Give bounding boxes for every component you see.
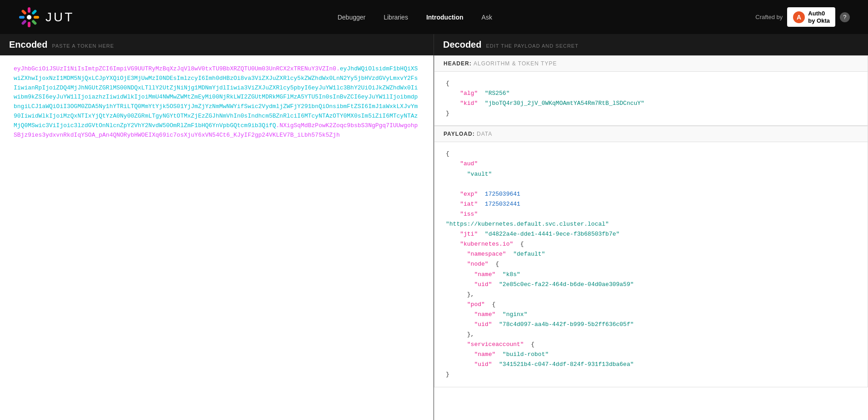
header-section-label: HEADER: ALGORITHM & TOKEN TYPE bbox=[434, 56, 868, 72]
header-section-body[interactable]: { "alg": "RS256", "kid": "jboTQ4r30j_2jV… bbox=[434, 72, 868, 125]
payload-pod-close: }, bbox=[446, 330, 856, 340]
decoded-header: Decoded EDIT THE PAYLOAD AND SECRET bbox=[434, 34, 868, 55]
payload-section-sub: DATA bbox=[477, 131, 492, 137]
crafted-by-area: Crafted by A Auth0 by Okta ? bbox=[755, 7, 850, 27]
token-part1: eyJhbGciOiJSUzI1NiIsImtpZCI6ImpiVG9UUTRy… bbox=[14, 65, 336, 72]
help-button[interactable]: ? bbox=[840, 12, 850, 22]
svg-rect-7 bbox=[21, 9, 27, 15]
decoded-hint: EDIT THE PAYLOAD AND SECRET bbox=[486, 43, 578, 49]
svg-rect-6 bbox=[19, 16, 25, 19]
decoded-title: Decoded bbox=[443, 40, 481, 50]
payload-jti: "jti": "d4822a4e-dde1-4441-9ece-f3b68503… bbox=[446, 229, 856, 239]
encoded-hint: PASTE A TOKEN HERE bbox=[52, 43, 114, 49]
payload-sa-open: "serviceaccount": { bbox=[446, 340, 856, 350]
payload-pod-name: "name": "nginx", bbox=[446, 310, 856, 320]
crafted-by-label: Crafted by bbox=[755, 14, 783, 20]
encoded-content[interactable]: eyJhbGciOiJSUzI1NiIsImtpZCI6ImpiVG9UUTRy… bbox=[0, 55, 434, 420]
payload-close: } bbox=[446, 370, 856, 380]
main-content: Encoded PASTE A TOKEN HERE eyJhbGciOiJSU… bbox=[0, 0, 868, 420]
payload-namespace: "namespace": "default", bbox=[446, 249, 856, 259]
payload-sa-name: "name": "build-robot", bbox=[446, 350, 856, 360]
decoded-content: HEADER: ALGORITHM & TOKEN TYPE { "alg": … bbox=[434, 55, 868, 420]
svg-rect-1 bbox=[31, 9, 37, 15]
svg-rect-5 bbox=[21, 19, 27, 25]
header-kid-line: "kid": "jboTQ4r30j_2jV_0WKqMOAmtYA54Rm7R… bbox=[446, 99, 856, 109]
svg-point-8 bbox=[27, 15, 31, 20]
encoded-header: Encoded PASTE A TOKEN HERE bbox=[0, 34, 434, 55]
svg-rect-0 bbox=[28, 7, 30, 13]
payload-exp: "exp": 1725039641, bbox=[446, 189, 856, 199]
payload-pod-uid: "uid": "78c4d097-aa4b-442f-b999-5b2ff636… bbox=[446, 320, 856, 330]
header-alg-line: "alg": "RS256", bbox=[446, 89, 856, 99]
svg-rect-3 bbox=[31, 19, 37, 25]
payload-node-open: "node": { bbox=[446, 259, 856, 269]
nav-libraries[interactable]: Libraries bbox=[384, 14, 408, 21]
token-dot1: . bbox=[336, 65, 340, 72]
encoded-panel: Encoded PASTE A TOKEN HERE eyJhbGciOiJSU… bbox=[0, 34, 434, 420]
logo-text: JUT bbox=[45, 10, 74, 25]
payload-node-uid: "uid": "2e85c0ec-fa22-464d-b6de-04d0ae30… bbox=[446, 280, 856, 290]
nav-debugger[interactable]: Debugger bbox=[338, 14, 366, 21]
nav-ask[interactable]: Ask bbox=[482, 14, 492, 21]
payload-iat: "iat": 1725032441, bbox=[446, 199, 856, 209]
payload-k8s-open: "kubernetes.io": { bbox=[446, 239, 856, 249]
auth0-badge: A Auth0 by Okta bbox=[787, 7, 835, 27]
payload-section-label: PAYLOAD: DATA bbox=[434, 126, 868, 142]
encoded-title: Encoded bbox=[9, 40, 47, 50]
main-nav: Debugger Libraries Introduction Ask bbox=[338, 14, 492, 21]
token-part2: eyJhdWQiOlsidmF1bHQiXSwiZXhwIjoxNzI1MDM5… bbox=[14, 65, 418, 129]
decoded-panel: Decoded EDIT THE PAYLOAD AND SECRET HEAD… bbox=[434, 34, 868, 420]
svg-text:A: A bbox=[797, 14, 801, 21]
header-section-sub: ALGORITHM & TOKEN TYPE bbox=[474, 60, 557, 67]
payload-aud-val: "vault" bbox=[446, 169, 856, 179]
payload-aud-key: "aud": [ bbox=[446, 159, 856, 169]
header-json-open: { bbox=[446, 79, 856, 89]
payload-section-block: PAYLOAD: DATA { "aud": [ "vault" ], "exp… bbox=[434, 126, 868, 387]
payload-aud-close: ], bbox=[446, 179, 856, 189]
payload-pod-open: "pod": { bbox=[446, 300, 856, 310]
auth0-logo-icon: A bbox=[793, 11, 805, 24]
jwt-logo-icon bbox=[18, 6, 40, 28]
logo-area: JUT bbox=[18, 6, 74, 28]
payload-section-body[interactable]: { "aud": [ "vault" ], "exp": 1725039641,… bbox=[434, 142, 868, 386]
nav-introduction[interactable]: Introduction bbox=[426, 14, 464, 21]
payload-iss: "iss": bbox=[446, 209, 856, 219]
payload-node-close: }, bbox=[446, 290, 856, 300]
payload-node-name: "name": "k8s", bbox=[446, 270, 856, 280]
auth0-text: Auth0 by Okta bbox=[808, 10, 830, 24]
svg-rect-4 bbox=[28, 22, 30, 27]
payload-open: { bbox=[446, 149, 856, 159]
header-section-block: HEADER: ALGORITHM & TOKEN TYPE { "alg": … bbox=[434, 55, 868, 126]
payload-sa-uid: "uid": "341521b4-c047-4ddf-824f-931f13db… bbox=[446, 360, 856, 370]
payload-iss-val: "https://kubernetes.default.svc.cluster.… bbox=[446, 219, 856, 229]
app-header: JUT Debugger Libraries Introduction Ask … bbox=[0, 0, 868, 34]
svg-rect-2 bbox=[34, 16, 39, 19]
token-dot2: . bbox=[276, 122, 279, 129]
header-json-close: } bbox=[446, 109, 856, 119]
